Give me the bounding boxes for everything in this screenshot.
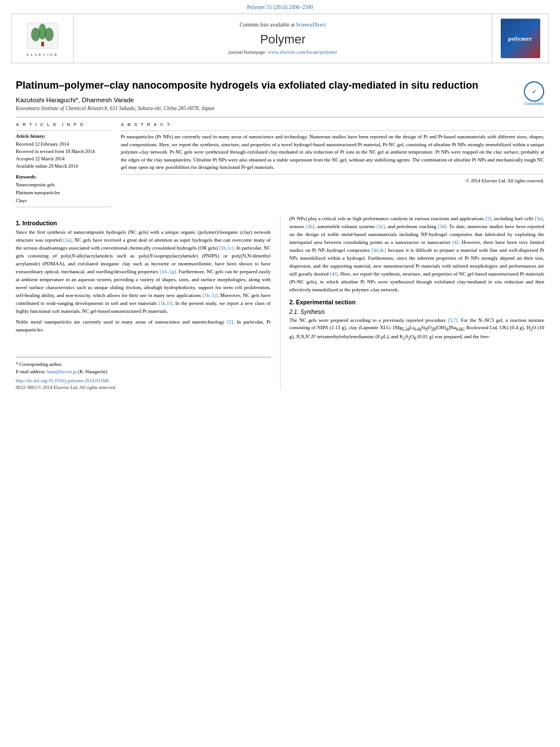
article-title: Platinum–polymer–clay nanocomposite hydr… xyxy=(16,79,544,92)
ref-1a[interactable]: [1a] xyxy=(63,237,72,243)
synthesis-para: The NC gels were prepared according to a… xyxy=(290,317,545,342)
header-divider xyxy=(16,117,544,117)
ref-5-7[interactable]: [5,7] xyxy=(448,317,457,323)
ref-1d1g[interactable]: [1d–1g] xyxy=(160,269,176,274)
elsevier-tree-icon xyxy=(24,20,61,51)
ref-3d[interactable]: [3d] xyxy=(438,224,447,229)
ref-1k1l[interactable]: [1k,1l] xyxy=(159,300,172,306)
science-direct-link[interactable]: ScienceDirect xyxy=(296,22,326,28)
contents-text: Contents lists available at xyxy=(239,22,294,28)
doi-link[interactable]: http://dx.doi.org/10.1016/j.polymer.2014… xyxy=(16,378,108,383)
ref-3[interactable]: [3] xyxy=(485,216,492,221)
accepted-date: Accepted 22 March 2014 xyxy=(16,155,112,163)
doi-line[interactable]: http://dx.doi.org/10.1016/j.polymer.2014… xyxy=(16,378,271,383)
email-label: E-mail address: xyxy=(16,369,46,374)
corresponding-author-note: * Corresponding author. xyxy=(16,361,271,368)
intro-para-1: Since the first synthesis of nanocomposi… xyxy=(16,229,271,315)
homepage-link[interactable]: www.elsevier.com/locate/polymer xyxy=(268,49,337,55)
article-info-label: A R T I C L E I N F O xyxy=(16,122,112,127)
ref-2[interactable]: [2] xyxy=(227,319,233,325)
ref-4d4e[interactable]: [4d,4e] xyxy=(371,247,386,253)
abstract-text: Pt nanoparticles (Pt NPs) are currently … xyxy=(121,133,544,172)
keyword-3: Clays xyxy=(16,197,112,205)
ref-4[interactable]: [4] xyxy=(453,239,459,245)
elsevier-logo-area: ELSEVIER xyxy=(12,14,74,63)
issn-line: 0032-3861/© 2014 Elsevier Ltd. All right… xyxy=(16,385,271,390)
affiliation-line: Kawamura Institute of Chemical Research,… xyxy=(16,106,544,111)
elsevier-wordmark: ELSEVIER xyxy=(27,53,59,57)
abstract-label: A B S T R A C T xyxy=(121,122,544,127)
ref-3c[interactable]: [3c] xyxy=(377,224,385,229)
intro-heading: 1. Introduction xyxy=(16,220,271,226)
email-link[interactable]: hara@kicr.or.jp xyxy=(47,369,77,374)
intro-para-2: Noble metal nanoparticles are currently … xyxy=(16,318,271,334)
copyright-line: © 2014 Elsevier Ltd. All rights reserved… xyxy=(121,178,544,184)
polymer-journal-logo: polymer xyxy=(501,19,540,58)
journal-ref: Polymer 55 (2014) 2496–2500 xyxy=(11,5,549,10)
journal-homepage: journal homepage: www.elsevier.com/locat… xyxy=(229,49,337,55)
ref-3b[interactable]: [3b] xyxy=(306,224,314,229)
received-date: Received 12 February 2014 xyxy=(16,141,112,148)
available-date: Available online 29 March 2014 xyxy=(16,163,112,170)
revised-text: Received in revised form 18 March 2014 xyxy=(16,148,112,155)
abstract-column: A B S T R A C T Pt nanoparticles (Pt NPs… xyxy=(121,122,544,207)
article-history-title: Article history: xyxy=(16,133,112,139)
keyword-1: Nanocomposite gels xyxy=(16,181,112,189)
science-direct-line: Contents lists available at ScienceDirec… xyxy=(239,22,326,28)
ref-4f[interactable]: [4f] xyxy=(330,271,338,277)
email-footnote: E-mail address: hara@kicr.or.jp (K. Hara… xyxy=(16,368,271,375)
journal-title-area: Contents lists available at ScienceDirec… xyxy=(74,14,492,63)
homepage-prefix: journal homepage: xyxy=(229,49,268,55)
svg-rect-4 xyxy=(41,42,44,46)
main-content-left: 1. Introduction Since the first synthesi… xyxy=(16,215,281,390)
right-para-1: (Pt NPs) play a critical role as high pe… xyxy=(290,215,545,294)
svg-point-3 xyxy=(45,28,54,41)
polymer-logo-area: polymer xyxy=(492,14,548,63)
keyword-2: Platinum nanoparticles xyxy=(16,189,112,197)
ref-1b1c[interactable]: [1b,1c] xyxy=(219,245,234,251)
authors-line: Kazutoshi Haraguchi*, Dharmesh Varade xyxy=(16,97,544,103)
main-content-right: (Pt NPs) play a critical role as high pe… xyxy=(290,215,545,390)
experimental-heading: 2. Experimental section xyxy=(290,299,545,305)
synthesis-heading: 2.1. Synthesis xyxy=(290,309,545,315)
keywords-title: Keywords: xyxy=(16,174,112,180)
email-person: (K. Haraguchi). xyxy=(78,369,108,374)
ref-3a[interactable]: [3a] xyxy=(535,216,543,221)
article-info-column: A R T I C L E I N F O Article history: R… xyxy=(16,122,112,207)
crossmark-icon[interactable]: ✓ CrossMark xyxy=(524,81,544,106)
ref-1h1j[interactable]: [1h–1j] xyxy=(203,292,218,298)
journal-name: Polymer xyxy=(260,32,306,47)
